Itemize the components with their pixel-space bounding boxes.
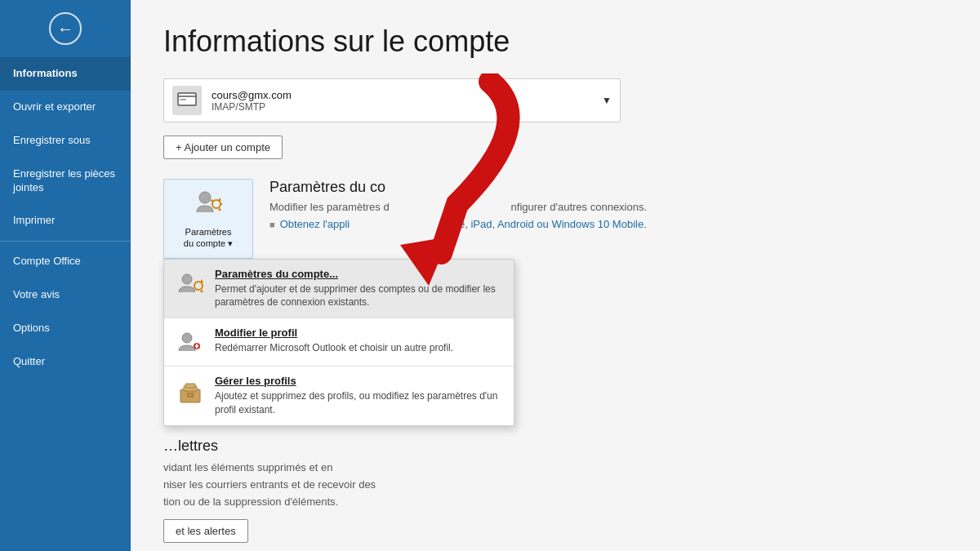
- bottom-section-title: …lettres: [163, 438, 964, 455]
- dropdown-item-parametres-compte[interactable]: Paramètres du compte... Permet d'ajouter…: [164, 260, 514, 318]
- sidebar-item-enregistrer-sous[interactable]: Enregistrer sous: [0, 124, 131, 158]
- params-section: Paramètresdu compte ▾: [163, 179, 947, 259]
- bottom-section: …lettres vidant les éléments supprimés e…: [163, 438, 964, 543]
- svg-point-13: [189, 394, 192, 397]
- account-info: cours@gmx.com IMAP/SMTP: [212, 89, 595, 113]
- sidebar-item-imprimer[interactable]: Imprimer: [0, 204, 131, 238]
- account-email: cours@gmx.com: [212, 89, 595, 101]
- svg-point-4: [212, 200, 220, 208]
- params-icon: [176, 188, 241, 223]
- sidebar-item-quitter[interactable]: Quitter: [0, 345, 131, 379]
- svg-rect-11: [185, 384, 195, 388]
- params-btn-label: Paramètresdu compte ▾: [176, 226, 241, 250]
- params-btn-container: Paramètresdu compte ▾: [163, 179, 253, 259]
- sidebar: ← Informations Ouvrir et exporter Enregi…: [0, 0, 131, 551]
- modifier-profil-icon: [176, 328, 205, 358]
- app-store-link[interactable]: Obtenez l'application pour votre iPhone,…: [280, 218, 647, 230]
- parametres-compte-icon: [176, 269, 205, 299]
- dropdown-item-parametres-desc: Permet d'ajouter et de supprimer des com…: [215, 282, 502, 310]
- main-content: Informations sur le compte cours@gmx.com…: [131, 0, 980, 551]
- page-title: Informations sur le compte: [163, 24, 947, 59]
- bottom-desc-1: vidant les éléments supprimés et en: [163, 461, 964, 473]
- back-circle-icon: ←: [49, 12, 82, 45]
- dropdown-item-parametres-content: Paramètres du compte... Permet d'ajouter…: [215, 268, 502, 310]
- sidebar-item-ouvrir-exporter[interactable]: Ouvrir et exporter: [0, 91, 131, 124]
- bottom-desc-2: niser les courriers entrants et de recev…: [163, 478, 964, 491]
- dropdown-item-gerer-desc: Ajoutez et supprimez des profils, ou mod…: [215, 389, 502, 417]
- sidebar-item-votre-avis[interactable]: Votre avis: [0, 278, 131, 312]
- params-du-compte-button[interactable]: Paramètresdu compte ▾: [163, 179, 253, 259]
- app-link-row: ■ Obtenez l'application pour votre iPhon…: [270, 218, 947, 230]
- params-dropdown-menu: Paramètres du compte... Permet d'ajouter…: [163, 259, 514, 426]
- dropdown-item-gerer-content: Gérer les profils Ajoutez et supprimez d…: [215, 375, 502, 417]
- account-dropdown-arrow-icon: ▼: [602, 95, 612, 106]
- checkbox-icon: ■: [270, 220, 275, 229]
- sidebar-item-enregistrer-pj[interactable]: Enregistrer les pièces jointes: [0, 158, 131, 205]
- account-type: IMAP/SMTP: [212, 101, 595, 113]
- bottom-desc-3: tion ou de la suppression d'éléments.: [163, 495, 964, 508]
- account-icon: [172, 86, 202, 115]
- dropdown-item-modifier-title: Modifier le profil: [215, 327, 453, 339]
- sidebar-item-options[interactable]: Options: [0, 312, 131, 345]
- svg-point-5: [182, 274, 192, 284]
- dropdown-item-modifier-content: Modifier le profil Redémarrer Microsoft …: [215, 327, 453, 355]
- svg-point-3: [199, 192, 211, 203]
- gerer-profils-icon: [176, 376, 205, 406]
- alerts-button[interactable]: et les alertes: [163, 519, 248, 543]
- sidebar-divider-1: [0, 241, 131, 242]
- dropdown-item-gerer-profils[interactable]: Gérer les profils Ajoutez et supprimez d…: [164, 367, 514, 425]
- sidebar-item-informations[interactable]: Informations: [0, 57, 131, 91]
- params-section-desc: Modifier les paramètres de la boîte aux …: [270, 201, 947, 213]
- dropdown-item-gerer-title: Gérer les profils: [215, 375, 502, 387]
- params-section-title: Paramètres du compte: [270, 179, 947, 196]
- account-selector[interactable]: cours@gmx.com IMAP/SMTP ▼: [163, 78, 621, 122]
- svg-rect-2: [180, 99, 186, 100]
- dropdown-item-parametres-title: Paramètres du compte...: [215, 268, 502, 280]
- sidebar-item-compte-office[interactable]: Compte Office: [0, 245, 131, 278]
- add-account-button[interactable]: + Ajouter un compte: [163, 136, 283, 159]
- svg-point-6: [194, 282, 203, 290]
- dropdown-item-modifier-profil[interactable]: Modifier le profil Redémarrer Microsoft …: [164, 318, 514, 366]
- svg-point-7: [182, 333, 192, 343]
- back-button[interactable]: ←: [0, 0, 131, 57]
- dropdown-item-modifier-desc: Redémarrer Microsoft Outlook et choisir …: [215, 341, 453, 355]
- params-text-area: Paramètres du compte Modifier les paramè…: [270, 179, 947, 230]
